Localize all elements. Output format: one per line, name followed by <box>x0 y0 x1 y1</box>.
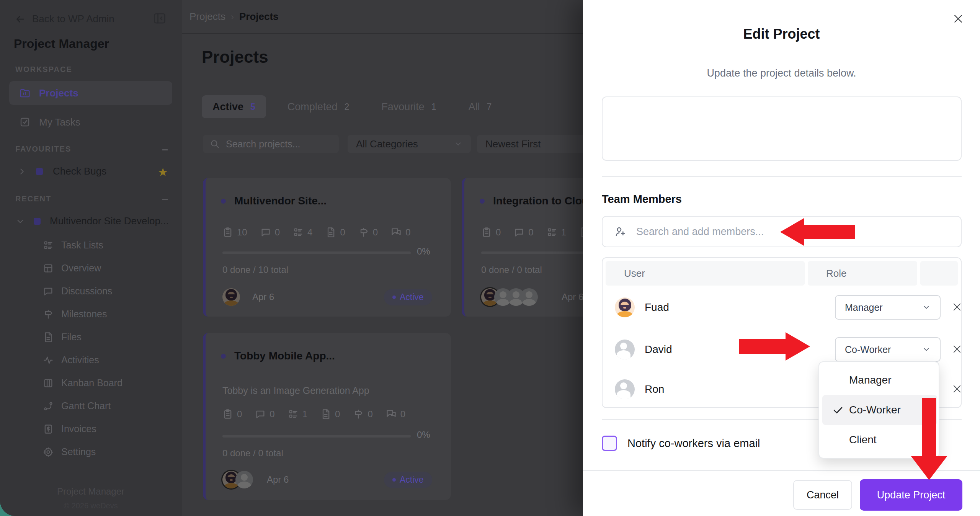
tab-bar: Active 5 Completed 2 Favourite 1 All 7 <box>202 95 502 119</box>
user-plus-icon <box>614 225 626 238</box>
tab-count: 1 <box>431 102 436 112</box>
tab-completed[interactable]: Completed 2 <box>277 95 360 118</box>
project-card-title[interactable]: Integration to Clou... <box>493 195 597 207</box>
favourites-section-label: FAVOURITES <box>15 145 71 153</box>
project-card-title[interactable]: Multivendor Site... <box>234 195 327 207</box>
star-icon[interactable]: ★ <box>158 165 168 179</box>
sidebar-item-overview[interactable]: Overview <box>43 263 101 274</box>
folder-icon <box>19 87 31 99</box>
card-stats: 0 0 1 0 0 0 <box>222 409 405 420</box>
sidebar-item-label: My Tasks <box>39 116 80 128</box>
chevron-right-icon[interactable] <box>18 167 26 176</box>
breadcrumb-current: Projects <box>239 11 279 23</box>
notify-checkbox-label: Notify co-workers via email <box>627 437 760 450</box>
sidebar: Back to WP Admin Project Manager WORKSPA… <box>0 0 181 516</box>
sidebar-item-milestones[interactable]: Milestones <box>43 309 107 320</box>
avatar-placeholder <box>615 340 635 359</box>
role-option-manager[interactable]: Manager <box>822 365 937 395</box>
branch-icon <box>43 401 54 411</box>
remove-member-icon[interactable] <box>952 302 963 313</box>
status-dot <box>221 354 226 359</box>
stat-tasks: 10 <box>237 227 247 238</box>
role-option-client[interactable]: Client <box>822 425 937 455</box>
clipboard-icon <box>222 227 233 238</box>
chevron-down-icon[interactable] <box>16 217 24 225</box>
comment-icon <box>260 227 271 238</box>
chevron-down-icon <box>454 140 462 148</box>
sidebar-item-settings[interactable]: Settings <box>43 446 96 457</box>
project-card-tobby[interactable]: Tobby Mobile App... Tobby is an Image Ge… <box>203 333 451 500</box>
sidebar-item-kanban-board[interactable]: Kanban Board <box>43 377 122 389</box>
sidebar-item-recent-project[interactable]: Multivendor Site Develop... <box>16 215 169 227</box>
doc-icon <box>320 409 331 420</box>
tab-active[interactable]: Active 5 <box>202 95 266 118</box>
tab-all[interactable]: All 7 <box>458 95 503 118</box>
status-label: Active <box>400 475 424 485</box>
category-select[interactable]: All Categories <box>348 135 471 153</box>
card-stats: 0 0 1 0 <box>481 227 599 238</box>
invoice-icon <box>43 424 54 434</box>
stat-task-lists: 4 <box>307 227 312 238</box>
status-dot <box>480 199 485 204</box>
stat-comments: 0 <box>275 227 280 238</box>
sidebar-item-task-lists[interactable]: Task Lists <box>43 240 103 251</box>
collapse-dash-icon[interactable] <box>162 149 168 150</box>
tab-count: 5 <box>250 102 255 112</box>
clipboard-icon <box>222 409 233 420</box>
file-icon <box>43 332 54 343</box>
stat-task-lists: 1 <box>561 227 566 238</box>
progress-track <box>222 435 411 438</box>
done-summary: 0 done / 10 total <box>222 265 288 275</box>
card-date: Apr 6 <box>562 292 583 302</box>
role-option-co-worker[interactable]: Co-Worker <box>822 395 937 425</box>
done-summary: 0 done / 0 total <box>481 265 542 275</box>
role-select-david[interactable]: Co-Worker <box>835 337 941 362</box>
sidebar-item-my-tasks[interactable]: My Tasks <box>9 110 172 134</box>
project-color-bullet <box>36 168 43 175</box>
collapse-dash-icon[interactable] <box>162 199 168 200</box>
role-select-fuad[interactable]: Manager <box>835 295 941 320</box>
sidebar-item-files[interactable]: Files <box>43 331 82 343</box>
project-card-multivendor[interactable]: Multivendor Site... 10 0 4 0 0 0 0% 0 do… <box>203 178 451 317</box>
favourite-project-label: Check Bugs <box>53 165 106 177</box>
stat-tasks: 0 <box>237 409 242 420</box>
project-search-input[interactable] <box>203 135 339 153</box>
back-to-wp-admin-link[interactable]: Back to WP Admin <box>15 13 114 25</box>
search-icon <box>210 139 220 149</box>
comment-icon <box>255 409 266 420</box>
panel-collapse-icon[interactable] <box>153 11 167 25</box>
kanban-icon <box>43 378 54 389</box>
sidebar-child-label: Discussions <box>61 286 112 297</box>
project-card-title[interactable]: Tobby Mobile App... <box>234 350 335 362</box>
sidebar-item-label: Projects <box>39 87 78 99</box>
sidebar-item-activities[interactable]: Activities <box>43 354 99 366</box>
status-dot <box>392 478 396 482</box>
project-description-field[interactable] <box>602 96 962 161</box>
cancel-button[interactable]: Cancel <box>793 480 852 510</box>
sidebar-item-gantt-chart[interactable]: Gantt Chart <box>43 400 111 411</box>
remove-member-icon[interactable] <box>952 384 963 395</box>
breadcrumb-root[interactable]: Projects <box>189 11 225 23</box>
sidebar-item-check-bugs[interactable]: Check Bugs <box>18 165 106 177</box>
back-label: Back to WP Admin <box>32 13 114 25</box>
check-square-icon <box>19 116 31 128</box>
sidebar-child-label: Files <box>61 331 82 343</box>
column-header-role: Role <box>808 261 917 286</box>
tab-label: Completed <box>287 101 338 113</box>
card-date: Apr 6 <box>267 474 289 485</box>
notify-checkbox[interactable] <box>602 436 617 451</box>
remove-member-icon[interactable] <box>952 344 963 355</box>
close-icon[interactable] <box>952 13 964 24</box>
stat-files: 0 <box>335 409 340 420</box>
update-project-button[interactable]: Update Project <box>860 479 962 511</box>
sidebar-item-invoices[interactable]: Invoices <box>43 423 96 434</box>
sidebar-item-projects[interactable]: Projects <box>9 81 172 105</box>
sidebar-child-label: Settings <box>61 446 96 457</box>
avatar-placeholder <box>520 288 538 306</box>
sidebar-footer-copyright: © 2026 weDevs <box>0 501 181 510</box>
sidebar-item-discussions[interactable]: Discussions <box>43 286 112 297</box>
role-value: Co-Worker <box>845 344 891 355</box>
tab-favourite[interactable]: Favourite 1 <box>371 95 447 118</box>
search-input[interactable] <box>226 139 325 150</box>
card-date: Apr 6 <box>252 292 274 302</box>
